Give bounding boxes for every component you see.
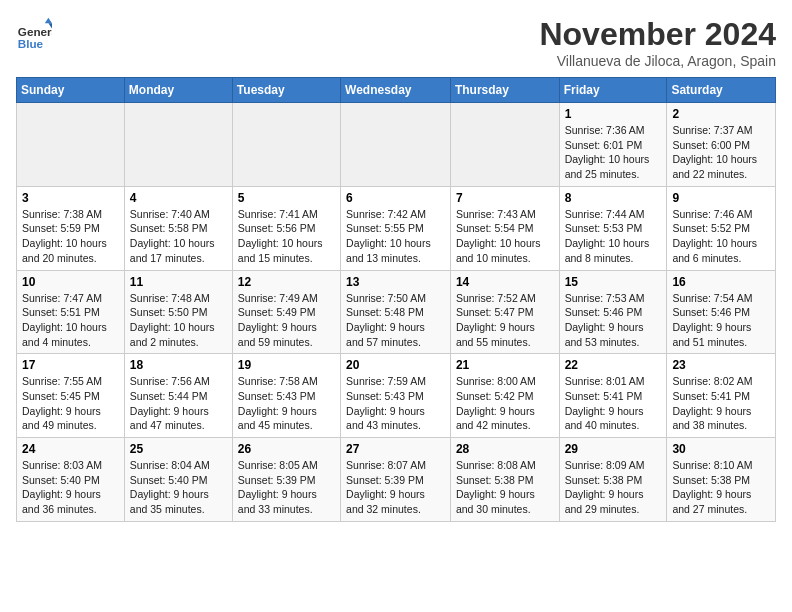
- calendar-cell: 16Sunrise: 7:54 AM Sunset: 5:46 PM Dayli…: [667, 270, 776, 354]
- day-number: 2: [672, 107, 770, 121]
- svg-text:Blue: Blue: [18, 37, 44, 50]
- calendar-cell: 4Sunrise: 7:40 AM Sunset: 5:58 PM Daylig…: [124, 186, 232, 270]
- calendar-week-4: 17Sunrise: 7:55 AM Sunset: 5:45 PM Dayli…: [17, 354, 776, 438]
- calendar-cell: [124, 103, 232, 187]
- day-info: Sunrise: 7:40 AM Sunset: 5:58 PM Dayligh…: [130, 207, 227, 266]
- col-thursday: Thursday: [450, 78, 559, 103]
- day-number: 7: [456, 191, 554, 205]
- calendar-cell: 28Sunrise: 8:08 AM Sunset: 5:38 PM Dayli…: [450, 438, 559, 522]
- calendar-cell: 12Sunrise: 7:49 AM Sunset: 5:49 PM Dayli…: [232, 270, 340, 354]
- calendar-cell: 25Sunrise: 8:04 AM Sunset: 5:40 PM Dayli…: [124, 438, 232, 522]
- calendar-cell: 3Sunrise: 7:38 AM Sunset: 5:59 PM Daylig…: [17, 186, 125, 270]
- day-info: Sunrise: 7:47 AM Sunset: 5:51 PM Dayligh…: [22, 291, 119, 350]
- calendar-cell: 15Sunrise: 7:53 AM Sunset: 5:46 PM Dayli…: [559, 270, 667, 354]
- location-title: Villanueva de Jiloca, Aragon, Spain: [539, 53, 776, 69]
- day-info: Sunrise: 7:44 AM Sunset: 5:53 PM Dayligh…: [565, 207, 662, 266]
- calendar-cell: 22Sunrise: 8:01 AM Sunset: 5:41 PM Dayli…: [559, 354, 667, 438]
- day-info: Sunrise: 7:43 AM Sunset: 5:54 PM Dayligh…: [456, 207, 554, 266]
- calendar-cell: 8Sunrise: 7:44 AM Sunset: 5:53 PM Daylig…: [559, 186, 667, 270]
- day-info: Sunrise: 8:07 AM Sunset: 5:39 PM Dayligh…: [346, 458, 445, 517]
- day-info: Sunrise: 7:36 AM Sunset: 6:01 PM Dayligh…: [565, 123, 662, 182]
- day-number: 16: [672, 275, 770, 289]
- day-number: 27: [346, 442, 445, 456]
- calendar-cell: 29Sunrise: 8:09 AM Sunset: 5:38 PM Dayli…: [559, 438, 667, 522]
- calendar-header: Sunday Monday Tuesday Wednesday Thursday…: [17, 78, 776, 103]
- day-info: Sunrise: 7:59 AM Sunset: 5:43 PM Dayligh…: [346, 374, 445, 433]
- calendar-cell: 10Sunrise: 7:47 AM Sunset: 5:51 PM Dayli…: [17, 270, 125, 354]
- calendar-cell: 9Sunrise: 7:46 AM Sunset: 5:52 PM Daylig…: [667, 186, 776, 270]
- calendar-cell: 30Sunrise: 8:10 AM Sunset: 5:38 PM Dayli…: [667, 438, 776, 522]
- day-number: 10: [22, 275, 119, 289]
- calendar-cell: 7Sunrise: 7:43 AM Sunset: 5:54 PM Daylig…: [450, 186, 559, 270]
- calendar-cell: 23Sunrise: 8:02 AM Sunset: 5:41 PM Dayli…: [667, 354, 776, 438]
- day-info: Sunrise: 7:42 AM Sunset: 5:55 PM Dayligh…: [346, 207, 445, 266]
- day-number: 3: [22, 191, 119, 205]
- day-number: 30: [672, 442, 770, 456]
- day-info: Sunrise: 7:48 AM Sunset: 5:50 PM Dayligh…: [130, 291, 227, 350]
- day-info: Sunrise: 7:54 AM Sunset: 5:46 PM Dayligh…: [672, 291, 770, 350]
- col-wednesday: Wednesday: [341, 78, 451, 103]
- col-monday: Monday: [124, 78, 232, 103]
- svg-marker-2: [45, 18, 52, 23]
- day-info: Sunrise: 7:56 AM Sunset: 5:44 PM Dayligh…: [130, 374, 227, 433]
- day-number: 28: [456, 442, 554, 456]
- day-info: Sunrise: 8:08 AM Sunset: 5:38 PM Dayligh…: [456, 458, 554, 517]
- day-number: 17: [22, 358, 119, 372]
- day-number: 13: [346, 275, 445, 289]
- calendar-table: Sunday Monday Tuesday Wednesday Thursday…: [16, 77, 776, 522]
- calendar-cell: [450, 103, 559, 187]
- day-number: 25: [130, 442, 227, 456]
- day-info: Sunrise: 7:41 AM Sunset: 5:56 PM Dayligh…: [238, 207, 335, 266]
- calendar-cell: 26Sunrise: 8:05 AM Sunset: 5:39 PM Dayli…: [232, 438, 340, 522]
- calendar-week-3: 10Sunrise: 7:47 AM Sunset: 5:51 PM Dayli…: [17, 270, 776, 354]
- calendar-cell: 2Sunrise: 7:37 AM Sunset: 6:00 PM Daylig…: [667, 103, 776, 187]
- day-number: 18: [130, 358, 227, 372]
- day-number: 6: [346, 191, 445, 205]
- day-number: 14: [456, 275, 554, 289]
- day-info: Sunrise: 7:53 AM Sunset: 5:46 PM Dayligh…: [565, 291, 662, 350]
- day-info: Sunrise: 7:49 AM Sunset: 5:49 PM Dayligh…: [238, 291, 335, 350]
- calendar-week-1: 1Sunrise: 7:36 AM Sunset: 6:01 PM Daylig…: [17, 103, 776, 187]
- day-info: Sunrise: 8:10 AM Sunset: 5:38 PM Dayligh…: [672, 458, 770, 517]
- calendar-cell: 11Sunrise: 7:48 AM Sunset: 5:50 PM Dayli…: [124, 270, 232, 354]
- day-number: 11: [130, 275, 227, 289]
- calendar-body: 1Sunrise: 7:36 AM Sunset: 6:01 PM Daylig…: [17, 103, 776, 522]
- calendar-cell: 24Sunrise: 8:03 AM Sunset: 5:40 PM Dayli…: [17, 438, 125, 522]
- day-info: Sunrise: 7:38 AM Sunset: 5:59 PM Dayligh…: [22, 207, 119, 266]
- calendar-cell: 19Sunrise: 7:58 AM Sunset: 5:43 PM Dayli…: [232, 354, 340, 438]
- day-number: 9: [672, 191, 770, 205]
- page-header: General Blue General Blue November 2024 …: [16, 16, 776, 69]
- day-number: 19: [238, 358, 335, 372]
- col-friday: Friday: [559, 78, 667, 103]
- col-saturday: Saturday: [667, 78, 776, 103]
- col-tuesday: Tuesday: [232, 78, 340, 103]
- calendar-cell: 17Sunrise: 7:55 AM Sunset: 5:45 PM Dayli…: [17, 354, 125, 438]
- day-number: 4: [130, 191, 227, 205]
- day-number: 22: [565, 358, 662, 372]
- day-info: Sunrise: 7:52 AM Sunset: 5:47 PM Dayligh…: [456, 291, 554, 350]
- calendar-cell: 14Sunrise: 7:52 AM Sunset: 5:47 PM Dayli…: [450, 270, 559, 354]
- day-number: 15: [565, 275, 662, 289]
- day-number: 5: [238, 191, 335, 205]
- day-info: Sunrise: 8:09 AM Sunset: 5:38 PM Dayligh…: [565, 458, 662, 517]
- calendar-cell: 21Sunrise: 8:00 AM Sunset: 5:42 PM Dayli…: [450, 354, 559, 438]
- day-info: Sunrise: 7:58 AM Sunset: 5:43 PM Dayligh…: [238, 374, 335, 433]
- header-row: Sunday Monday Tuesday Wednesday Thursday…: [17, 78, 776, 103]
- logo-icon: General Blue: [16, 16, 52, 52]
- day-info: Sunrise: 7:46 AM Sunset: 5:52 PM Dayligh…: [672, 207, 770, 266]
- calendar-cell: 5Sunrise: 7:41 AM Sunset: 5:56 PM Daylig…: [232, 186, 340, 270]
- col-sunday: Sunday: [17, 78, 125, 103]
- calendar-cell: 13Sunrise: 7:50 AM Sunset: 5:48 PM Dayli…: [341, 270, 451, 354]
- day-info: Sunrise: 8:02 AM Sunset: 5:41 PM Dayligh…: [672, 374, 770, 433]
- calendar-week-2: 3Sunrise: 7:38 AM Sunset: 5:59 PM Daylig…: [17, 186, 776, 270]
- day-info: Sunrise: 7:50 AM Sunset: 5:48 PM Dayligh…: [346, 291, 445, 350]
- calendar-cell: [341, 103, 451, 187]
- day-number: 12: [238, 275, 335, 289]
- day-info: Sunrise: 8:04 AM Sunset: 5:40 PM Dayligh…: [130, 458, 227, 517]
- calendar-cell: [17, 103, 125, 187]
- day-number: 24: [22, 442, 119, 456]
- calendar-cell: 6Sunrise: 7:42 AM Sunset: 5:55 PM Daylig…: [341, 186, 451, 270]
- calendar-cell: 18Sunrise: 7:56 AM Sunset: 5:44 PM Dayli…: [124, 354, 232, 438]
- day-info: Sunrise: 7:55 AM Sunset: 5:45 PM Dayligh…: [22, 374, 119, 433]
- title-block: November 2024 Villanueva de Jiloca, Arag…: [539, 16, 776, 69]
